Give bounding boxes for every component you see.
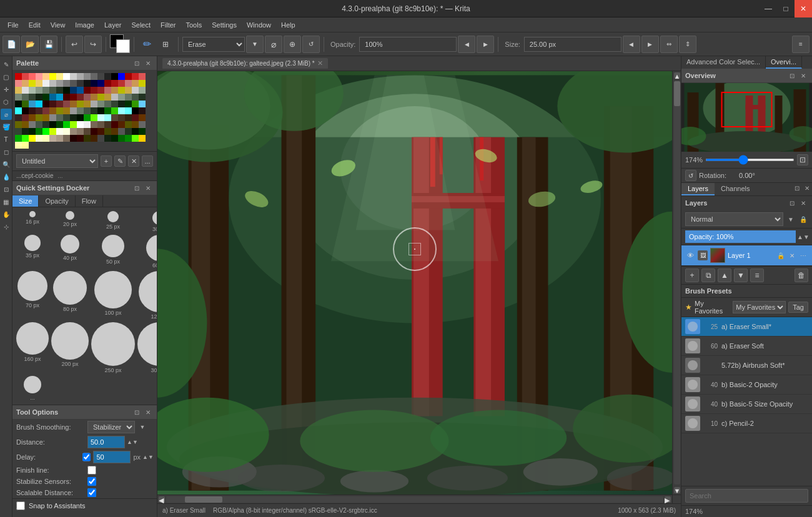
palette-color-cell[interactable] xyxy=(29,135,36,142)
palette-color-cell[interactable] xyxy=(91,135,97,142)
palette-color-cell[interactable] xyxy=(132,94,139,101)
layer-lock-btn[interactable]: 🔒 xyxy=(776,250,786,260)
opacity-stepper[interactable]: ▲▼ xyxy=(798,232,808,242)
palette-color-cell[interactable] xyxy=(97,80,104,87)
palette-color-cell[interactable] xyxy=(42,80,49,87)
palette-color-cell[interactable] xyxy=(104,73,111,80)
palette-color-cell[interactable] xyxy=(84,128,91,135)
palette-color-cell[interactable] xyxy=(91,107,97,114)
menu-select[interactable]: Select xyxy=(126,20,156,30)
palette-color-cell[interactable] xyxy=(22,142,29,149)
palette-color-cell[interactable] xyxy=(63,94,70,101)
canvas-tab-item[interactable]: 4.3.0-prealpha (git 8c9b10e): galteed.jp… xyxy=(162,58,328,69)
scroll-right-btn[interactable]: ▶ xyxy=(665,496,671,503)
layer-move-up-btn[interactable]: ▲ xyxy=(718,268,731,282)
brush-smoothing-select[interactable]: Stabilizer xyxy=(87,421,135,433)
palette-color-cell[interactable] xyxy=(111,94,118,101)
palette-color-cell[interactable] xyxy=(15,80,22,87)
layer-row-1[interactable]: 👁 🖼 Layer 1 🔒 ✕ ⋯ xyxy=(681,245,812,266)
palette-color-cell[interactable] xyxy=(125,101,132,107)
erase-options-btn[interactable]: ▼ xyxy=(246,36,264,53)
palette-color-cell[interactable] xyxy=(139,101,146,107)
palette-color-cell[interactable] xyxy=(104,107,111,114)
minimize-button[interactable]: — xyxy=(760,0,777,17)
overview-close-btn[interactable]: ✕ xyxy=(798,71,808,81)
palette-color-cell[interactable] xyxy=(84,135,91,142)
palette-color-cell[interactable] xyxy=(125,121,132,128)
brush-size-item[interactable]: ... xyxy=(16,376,49,401)
finish-line-checkbox[interactable] xyxy=(87,466,96,475)
palette-color-cell[interactable] xyxy=(118,135,125,142)
palette-color-cell[interactable] xyxy=(132,80,139,87)
palette-color-cell[interactable] xyxy=(139,135,146,142)
brush-size-item[interactable]: 50 px xyxy=(91,235,135,268)
opacity-input[interactable] xyxy=(359,37,457,52)
palette-color-cell[interactable] xyxy=(111,107,118,114)
palette-color-cell[interactable] xyxy=(84,101,91,107)
palette-color-cell[interactable] xyxy=(104,128,111,135)
maximize-button[interactable]: □ xyxy=(777,0,795,17)
erase-select[interactable]: Erase xyxy=(182,37,245,52)
palette-color-cell[interactable] xyxy=(91,73,97,80)
tab-channels[interactable]: Channels xyxy=(715,183,756,195)
palette-color-cell[interactable] xyxy=(42,101,49,107)
scroll-thumb-v[interactable] xyxy=(674,81,680,106)
delay-checkbox[interactable] xyxy=(82,453,91,461)
palette-color-cell[interactable] xyxy=(70,121,77,128)
palette-color-cell[interactable] xyxy=(70,101,77,107)
palette-color-cell[interactable] xyxy=(29,101,36,107)
palette-color-cell[interactable] xyxy=(104,94,111,101)
palette-color-cell[interactable] xyxy=(15,101,22,107)
layers-close-btn[interactable]: ✕ xyxy=(802,183,812,193)
brush-size-item[interactable]: 120 px xyxy=(137,271,157,320)
palette-color-cell[interactable] xyxy=(104,87,111,94)
palette-color-cell[interactable] xyxy=(70,114,77,121)
brush-delete-btn[interactable]: ✕ xyxy=(128,155,139,167)
palette-color-cell[interactable] xyxy=(42,114,49,121)
tool-gradient[interactable]: ▦ xyxy=(1,196,12,207)
brush-add-btn[interactable]: + xyxy=(101,155,112,167)
size-mirror-btn[interactable]: ⇕ xyxy=(679,36,696,53)
brush-size-item[interactable]: 16 px xyxy=(16,211,49,232)
palette-color-cell[interactable] xyxy=(97,107,104,114)
palette-color-cell[interactable] xyxy=(104,101,111,107)
preset-item[interactable]: 5.72b) Airbrush Soft* xyxy=(681,356,812,375)
brush-name-dropdown[interactable]: Untitled xyxy=(16,154,98,168)
opacity-down-btn[interactable]: ◀ xyxy=(458,36,475,53)
palette-color-cell[interactable] xyxy=(63,107,70,114)
palette-color-cell[interactable] xyxy=(132,114,139,121)
palette-color-cell[interactable] xyxy=(84,94,91,101)
eraser-tool-btn[interactable]: ⌀ xyxy=(265,36,282,53)
palette-color-cell[interactable] xyxy=(63,114,70,121)
preset-item[interactable]: 40b) Basic-5 Size Opacity xyxy=(681,395,812,414)
size-flip-btn[interactable]: ⇔ xyxy=(660,36,678,53)
palette-color-cell[interactable] xyxy=(118,80,125,87)
palette-color-cell[interactable] xyxy=(77,101,84,107)
palette-color-cell[interactable] xyxy=(29,94,36,101)
palette-color-cell[interactable] xyxy=(125,107,132,114)
menu-image[interactable]: Image xyxy=(70,20,99,30)
palette-color-cell[interactable] xyxy=(15,114,22,121)
palette-color-cell[interactable] xyxy=(49,135,56,142)
palette-color-cell[interactable] xyxy=(49,73,56,80)
quick-settings-close-btn[interactable]: ✕ xyxy=(143,183,153,193)
palette-color-cell[interactable] xyxy=(36,128,42,135)
tool-zoom[interactable]: 🔍 xyxy=(1,159,12,170)
palette-color-cell[interactable] xyxy=(42,121,49,128)
save-button[interactable]: 💾 xyxy=(40,36,57,53)
scroll-down-btn[interactable]: ▼ xyxy=(674,487,680,493)
palette-color-cell[interactable] xyxy=(63,121,70,128)
brush-edit-btn[interactable]: ✎ xyxy=(114,155,126,167)
palette-color-cell[interactable] xyxy=(132,101,139,107)
palette-color-cell[interactable] xyxy=(91,128,97,135)
palette-color-cell[interactable] xyxy=(91,121,97,128)
palette-color-cell[interactable] xyxy=(97,121,104,128)
overview-float-btn[interactable]: ⊡ xyxy=(787,71,797,81)
palette-color-cell[interactable] xyxy=(125,128,132,135)
palette-color-cell[interactable] xyxy=(77,135,84,142)
menu-view[interactable]: View xyxy=(46,20,71,30)
palette-color-cell[interactable] xyxy=(56,114,63,121)
palette-color-cell[interactable] xyxy=(49,128,56,135)
delay-input[interactable] xyxy=(93,451,131,463)
palette-color-cell[interactable] xyxy=(125,87,132,94)
